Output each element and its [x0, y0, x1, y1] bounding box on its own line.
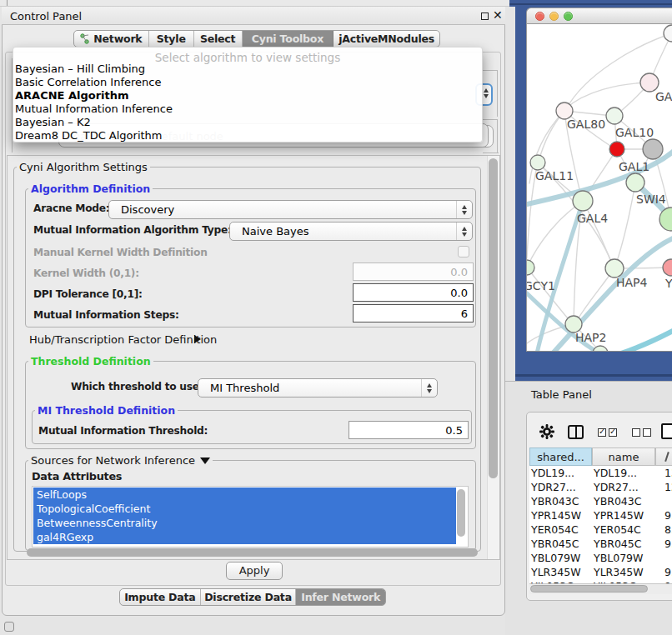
algorithm-option[interactable]: Mutual Information Inference	[15, 102, 173, 116]
hub-definition-label[interactable]: Hub/Transcription Factor Definition	[29, 333, 217, 346]
sources-title: Sources for Network Inference	[28, 454, 213, 467]
table-cell: YDR27...	[594, 481, 639, 493]
network-node[interactable]	[664, 25, 672, 42]
data-attributes-list[interactable]: SelfLoopsTopologicalCoefficientBetweenne…	[32, 486, 469, 548]
manual-kernel-checkbox[interactable]	[458, 246, 469, 258]
mi-steps-label: Mutual Information Steps:	[33, 309, 179, 321]
network-node[interactable]	[643, 139, 663, 159]
table-row[interactable]: YBR043CYBR043C	[529, 495, 672, 509]
network-edge	[575, 268, 614, 323]
node-label: GAL4	[577, 212, 608, 225]
float-window-icon[interactable]	[481, 12, 489, 20]
gear-icon[interactable]	[539, 424, 554, 442]
table-cell: YLR345W	[594, 566, 644, 578]
cyni-settings-title: Cyni Algorithm Settings	[17, 161, 150, 173]
mi-steps-input[interactable]: 6	[353, 304, 474, 322]
table-cell: YBL079W	[594, 552, 643, 564]
network-node-hap4[interactable]	[605, 259, 624, 278]
table-row[interactable]: YBL079WYBL079W	[529, 552, 672, 566]
network-window-titlebar[interactable]	[526, 8, 672, 24]
tab-network[interactable]: Network	[74, 31, 149, 47]
control-panel-tabs: NetworkStyleSelectCyni ToolboxjActiveMNo…	[73, 30, 440, 48]
aracne-mode-value: Discovery	[109, 203, 174, 216]
tab-label: Style	[157, 32, 186, 45]
table-cell: YLR345W	[531, 566, 581, 578]
attribute-item[interactable]: TopologicalCoefficient	[33, 502, 456, 516]
tabledata-groupbox-fragment	[497, 119, 498, 153]
aracne-mode-select[interactable]: Discovery	[108, 200, 473, 219]
list-scrollbar-thumb[interactable]	[457, 489, 465, 537]
panel-grip-icon[interactable]	[4, 622, 14, 632]
network-edge	[621, 331, 672, 352]
tab-style[interactable]: Style	[149, 31, 194, 47]
collapse-arrow-icon[interactable]	[200, 458, 210, 464]
tab-jactivemnodules[interactable]: jActiveMNodules	[333, 31, 439, 47]
apply-button[interactable]: Apply	[226, 562, 283, 580]
network-node-gal1[interactable]	[609, 142, 624, 157]
network-node-gal7[interactable]	[640, 73, 659, 92]
desktop-top-line	[509, 3, 672, 5]
table-row[interactable]: YBR045CYBR045C9.	[529, 538, 672, 552]
attribute-item[interactable]: SelfLoops	[33, 488, 456, 502]
which-threshold-value: MI Threshold	[198, 382, 279, 394]
table-header-cut[interactable]	[655, 448, 672, 466]
table-row[interactable]: YLR345WYLR345W9.	[529, 566, 672, 580]
tab-label: jActiveMNodules	[339, 32, 434, 45]
algorithm-option[interactable]: Bayesian – Hill Climbing	[15, 62, 145, 76]
attribute-item[interactable]: gal4RGexp	[33, 530, 456, 544]
tab-select[interactable]: Select	[194, 31, 243, 47]
table-cell: YPR145W	[594, 509, 644, 522]
table-row[interactable]: YDL19...YDL19...13	[529, 467, 672, 481]
tab-cyni-toolbox[interactable]: Cyni Toolbox	[243, 31, 334, 47]
network-view-canvas[interactable]: GAL7GAL80GAL10GAL1GAL11GAL4SWI4HAP4YGCY1…	[526, 24, 672, 352]
tab-infer-network[interactable]: Infer Network	[296, 589, 385, 605]
algorithm-option[interactable]: Bayesian – K2	[15, 116, 91, 129]
vertical-scrollbar-thumb[interactable]	[489, 158, 498, 478]
attribute-item[interactable]: BetweennessCentrality	[33, 516, 456, 530]
network-node-gal10[interactable]	[606, 108, 623, 124]
kernel-width-input[interactable]: 0.0	[353, 262, 474, 281]
mi-threshold-input[interactable]: 0.5	[349, 421, 469, 439]
table-header-shared...[interactable]: shared...	[529, 448, 592, 466]
node-label: GAL1	[619, 160, 649, 173]
network-node-y[interactable]	[663, 259, 672, 276]
table-row[interactable]: YPR145WYPR145W9.	[529, 509, 672, 523]
expand-arrow-icon[interactable]	[194, 335, 201, 343]
node-label: SWI4	[636, 192, 666, 206]
table-cell: YBL079W	[531, 552, 580, 564]
unchecked-checkbox-icon[interactable]	[632, 428, 640, 437]
algorithm-option[interactable]: Dream8 DC_TDC Algorithm	[15, 129, 163, 142]
network-node[interactable]	[626, 173, 644, 192]
dpi-tolerance-label: DPI Tolerance [0,1]:	[33, 288, 143, 300]
algorithm-option[interactable]: Basic Correlation Inference	[15, 76, 161, 89]
table-hscrollbar-thumb[interactable]	[530, 585, 648, 592]
network-node-gal80[interactable]	[556, 102, 573, 119]
network-node-gal4[interactable]	[573, 191, 593, 211]
node-label: GCY1	[527, 279, 555, 292]
horizontal-scrollbar-thumb[interactable]	[27, 548, 478, 557]
network-node-gal11[interactable]	[530, 155, 545, 170]
checked-checkbox-icon[interactable]	[598, 428, 606, 437]
unchecked-checkbox-icon[interactable]	[643, 428, 651, 437]
close-window-icon[interactable]	[535, 12, 544, 21]
algorithm-option[interactable]: ARACNE Algorithm	[15, 89, 129, 102]
tab-impute-data[interactable]: Impute Data	[120, 589, 201, 605]
document-icon[interactable]	[661, 423, 672, 439]
mi-type-select[interactable]: Naive Bayes	[229, 222, 473, 241]
table-header-name[interactable]: name	[592, 448, 655, 466]
top-strip-divider	[7, 0, 8, 6]
table-cell: 13	[664, 467, 672, 479]
data-attributes-label: Data Attributes	[32, 470, 122, 482]
checked-checkbox-icon[interactable]	[609, 428, 617, 437]
which-threshold-select[interactable]: MI Threshold	[198, 378, 438, 398]
tab-discretize-data[interactable]: Discretize Data	[201, 589, 297, 605]
table-row[interactable]: YDR27...YDR27...12	[529, 481, 672, 495]
minimize-window-icon[interactable]	[549, 12, 559, 21]
close-icon[interactable]: ✕	[493, 8, 503, 22]
network-node-gcy1[interactable]	[527, 260, 534, 275]
manual-kernel-label: Manual Kernel Width Definition	[33, 247, 208, 258]
zoom-window-icon[interactable]	[564, 12, 573, 21]
table-row[interactable]: YER054CYER054C8.	[529, 523, 672, 538]
dpi-tolerance-input[interactable]: 0.0	[353, 283, 474, 302]
network-node-hap2[interactable]	[565, 316, 582, 332]
